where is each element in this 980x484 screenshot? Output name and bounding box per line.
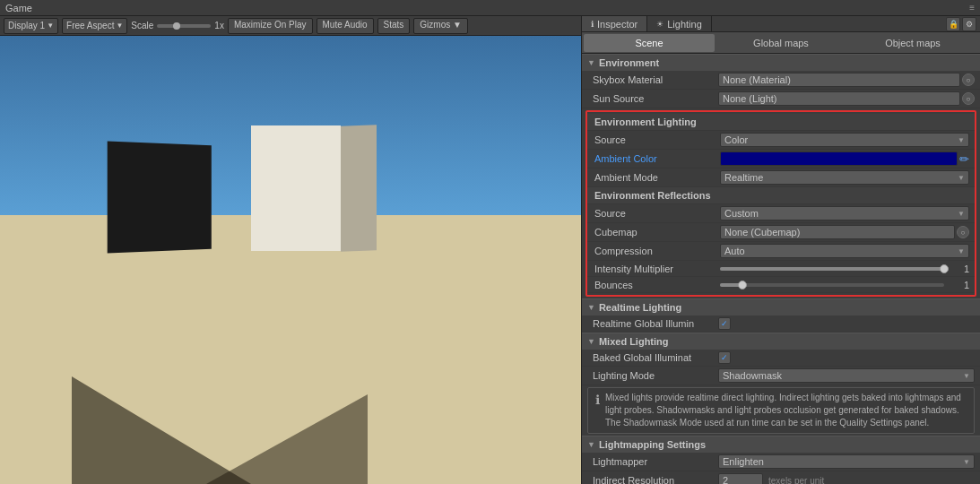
aspect-dropdown[interactable]: Free Aspect ▼ <box>62 18 127 34</box>
cubemap-dropdown[interactable]: None (Cubemap) <box>720 225 955 239</box>
compression-dropdown[interactable]: Auto ▼ <box>720 244 969 258</box>
main-content: Display 1 ▼ Free Aspect ▼ Scale 1x Maxim… <box>0 16 980 484</box>
lightmapping-arrow-icon: ▼ <box>587 440 595 449</box>
aspect-label: Free Aspect <box>66 21 114 30</box>
baked-global-row: Baked Global Illuminat ✓ <box>582 350 980 367</box>
ambient-mode-value: Realtime ▼ <box>720 170 969 185</box>
intensity-slider-fill <box>720 267 944 271</box>
indirect-resolution-value: 2 texels per unit <box>718 473 975 484</box>
panel-lock-icon[interactable]: 🔒 <box>946 17 960 31</box>
skybox-material-label: Skybox Material <box>593 74 718 85</box>
env-lighting-source-label: Source <box>594 134 720 145</box>
refl-source-dd-arrow-icon: ▼ <box>958 210 965 218</box>
cubemap-text: None (Cubemap) <box>724 227 800 238</box>
highlight-box: Environment Lighting Source Color ▼ <box>585 110 976 297</box>
env-lighting-source-dropdown[interactable]: Color ▼ <box>720 133 969 147</box>
realtime-global-illum-checkbox[interactable]: ✓ <box>718 317 731 330</box>
environment-section-header: ▼ Environment <box>582 54 980 71</box>
maximize-button[interactable]: Maximize On Play <box>228 18 313 34</box>
lighting-icon: ☀ <box>656 20 663 29</box>
scale-slider-thumb <box>173 22 180 30</box>
indirect-resolution-unit: texels per unit <box>768 476 824 485</box>
sun-source-label: Sun Source <box>593 93 718 104</box>
subtab-global-maps[interactable]: Global maps <box>715 34 846 52</box>
ambient-mode-dd-arrow-icon: ▼ <box>958 174 965 182</box>
mixed-arrow-icon: ▼ <box>587 337 595 346</box>
lighting-mode-label: Lighting Mode <box>593 370 718 381</box>
lighting-subtabs: Scene Global maps Object maps <box>582 32 980 54</box>
color-picker-icon[interactable]: ✏ <box>959 152 969 166</box>
cubemap-pick-button[interactable]: ○ <box>957 226 969 238</box>
scale-value: 1x <box>214 21 224 30</box>
environment-arrow-icon: ▼ <box>587 58 595 67</box>
game-title-bar: Game ≡ <box>0 0 980 16</box>
panel-menu-icon[interactable]: ⚙ <box>962 17 976 31</box>
sun-source-pick-button[interactable]: ○ <box>962 92 975 105</box>
indirect-resolution-label: Indirect Resolution <box>593 475 718 484</box>
baked-global-checkbox[interactable]: ✓ <box>718 351 731 364</box>
tab-inspector[interactable]: ℹ Inspector <box>582 16 647 31</box>
environment-label: Environment <box>599 57 659 68</box>
game-viewport <box>0 36 581 484</box>
info-icon: ℹ <box>595 393 600 429</box>
subtab-object-maps[interactable]: Object maps <box>847 34 978 52</box>
cubemap-label: Cubemap <box>594 227 720 238</box>
white-box-front <box>251 125 341 251</box>
intensity-slider-track[interactable] <box>720 267 944 271</box>
gizmos-arrow-icon: ▼ <box>453 20 462 30</box>
lightmapper-text: Enlighten <box>723 456 764 467</box>
scale-slider[interactable] <box>157 24 211 28</box>
bounces-slider-thumb <box>738 281 747 290</box>
subtab-scene[interactable]: Scene <box>584 34 715 52</box>
inspector-icon: ℹ <box>591 20 594 29</box>
game-panel: Display 1 ▼ Free Aspect ▼ Scale 1x Maxim… <box>0 16 581 484</box>
lightmapper-dropdown[interactable]: Enlighten ▼ <box>718 454 975 469</box>
intensity-label: Intensity Multiplier <box>594 264 720 274</box>
indirect-resolution-input[interactable]: 2 <box>718 473 763 484</box>
ambient-color-swatch[interactable] <box>720 151 958 166</box>
compression-row: Compression Auto ▼ <box>587 242 975 261</box>
gizmos-label: Gizmos <box>420 20 450 30</box>
subtab-global-maps-label: Global maps <box>753 38 809 48</box>
skybox-material-dropdown[interactable]: None (Material) <box>718 73 960 87</box>
subtab-scene-label: Scene <box>635 38 663 48</box>
baked-global-value: ✓ <box>718 351 975 364</box>
intensity-slider-thumb <box>940 264 949 273</box>
black-square-shape <box>108 142 212 254</box>
bounces-slider-track[interactable] <box>720 283 944 287</box>
lighting-mode-dropdown[interactable]: Shadowmask ▼ <box>718 368 975 383</box>
inspector-tab-label: Inspector <box>597 19 637 30</box>
reflections-source-dropdown[interactable]: Custom ▼ <box>720 206 969 220</box>
intensity-value: 1 <box>720 264 969 274</box>
scale-control: Scale 1x <box>131 21 224 30</box>
ambient-mode-dropdown[interactable]: Realtime ▼ <box>720 170 969 185</box>
env-lighting-header: Environment Lighting <box>587 114 975 131</box>
compression-label: Compression <box>594 246 720 256</box>
game-close-icon[interactable]: ≡ <box>969 3 975 13</box>
reflections-source-label: Source <box>594 208 720 219</box>
white-box-side <box>341 125 377 251</box>
stats-button[interactable]: Stats <box>377 18 411 34</box>
env-reflections-label: Environment Reflections <box>594 190 711 201</box>
ambient-mode-row: Ambient Mode Realtime ▼ <box>587 169 975 187</box>
gizmos-button[interactable]: Gizmos ▼ <box>413 18 468 34</box>
panel-buttons-right: 🔒 ⚙ <box>942 16 980 31</box>
lighting-content[interactable]: ▼ Environment Skybox Material None (Mate… <box>582 54 980 484</box>
subtab-object-maps-label: Object maps <box>885 38 941 48</box>
tab-lighting[interactable]: ☀ Lighting <box>647 16 712 31</box>
cubemap-value: None (Cubemap) ○ <box>720 225 969 239</box>
compression-text: Auto <box>724 246 745 256</box>
mute-button[interactable]: Mute Audio <box>317 18 374 34</box>
skybox-material-pick-button[interactable]: ○ <box>962 73 975 86</box>
intensity-slider-row: 1 <box>720 264 969 274</box>
sun-source-dropdown[interactable]: None (Light) <box>718 91 960 106</box>
mixed-lighting-section-header: ▼ Mixed Lighting <box>582 333 980 350</box>
bounces-slider-row: 1 <box>720 280 969 290</box>
realtime-arrow-icon: ▼ <box>587 303 595 312</box>
intensity-slider-value: 1 <box>948 264 969 274</box>
lightmapping-label: Lightmapping Settings <box>599 439 706 450</box>
info-text: Mixed lights provide realtime direct lig… <box>605 392 967 429</box>
env-reflections-header: Environment Reflections <box>587 187 975 204</box>
display-dropdown[interactable]: Display 1 ▼ <box>4 18 58 34</box>
mixed-lighting-label: Mixed Lighting <box>599 336 669 347</box>
